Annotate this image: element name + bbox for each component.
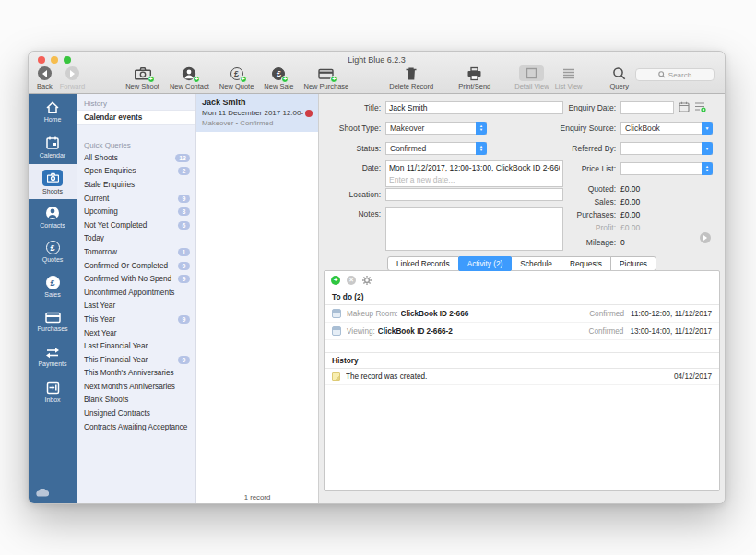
referred-by-label: Referred By: — [524, 144, 616, 153]
sidebar-item-payments[interactable]: Payments — [29, 339, 77, 374]
query-button[interactable]: Query — [610, 65, 629, 90]
query-item-upcoming[interactable]: Upcoming3 — [77, 205, 195, 218]
cloud-sync-icon[interactable] — [36, 489, 49, 497]
sidebar-item-shoots[interactable]: Shoots — [29, 164, 77, 199]
print-send-button[interactable]: Print/Send — [458, 65, 490, 90]
sidebar-item-calendar[interactable]: Calendar — [29, 129, 77, 164]
query-item-unconfirmed-appointments[interactable]: Unconfirmed Appointments — [77, 286, 195, 300]
status-select[interactable]: Confirmed ▲▼ — [385, 142, 487, 155]
query-item-unsigned-contracts[interactable]: Unsigned Contracts — [77, 407, 195, 420]
enquiry-source-select[interactable]: ClickBook ▼ — [620, 122, 713, 135]
purchases-label: Purchases: — [524, 210, 616, 219]
query-item-confirmed-or-completed[interactable]: Confirmed Or Completed9 — [77, 259, 195, 273]
query-item-this-months-anniversaries[interactable]: This Month's Anniversaries — [77, 367, 195, 381]
count-badge: 9 — [178, 275, 190, 283]
new-contact-button[interactable]: + New Contact — [170, 65, 209, 90]
todo-item[interactable]: Viewing: ClickBook ID 2-666-2 Confirmed … — [325, 323, 719, 340]
home-icon — [45, 100, 60, 114]
location-label: Location: — [319, 190, 381, 199]
shoot-type-select[interactable]: Makeover ▲▼ — [385, 122, 487, 135]
query-item-blank-shoots[interactable]: Blank Shoots — [77, 394, 195, 407]
back-icon — [38, 65, 52, 81]
query-item-last-financial-year[interactable]: Last Financial Year — [77, 339, 195, 353]
new-sale-button[interactable]: £+ New Sale — [264, 65, 293, 90]
sidebar-item-sales[interactable]: £ Sales — [29, 269, 77, 304]
sidebar-item-inbox[interactable]: Inbox — [29, 374, 77, 409]
enquiry-source-label: Enquiry Source: — [524, 124, 616, 133]
query-item-next-months-anniversaries[interactable]: Next Month's Anniversaries — [77, 380, 195, 394]
query-item-this-financial-year[interactable]: This Financial Year9 — [77, 353, 195, 367]
query-item-all-shoots[interactable]: All Shoots13 — [77, 151, 195, 165]
record-datetime: Mon 11 December 2017 12:00-1... — [202, 109, 303, 117]
record-meta: Makeover • Confirmed — [202, 119, 313, 127]
camera-plus-icon: + — [135, 65, 151, 81]
tab-requests[interactable]: Requests — [561, 256, 611, 271]
history-item[interactable]: The record was created. 04/12/2017 — [325, 369, 719, 385]
mileage-value: 0 — [620, 238, 625, 247]
count-badge: 13 — [175, 154, 190, 162]
calendar-event-icon — [332, 309, 341, 318]
new-shoot-button[interactable]: + New Shoot — [125, 65, 159, 90]
query-item-open-enquiries[interactable]: Open Enquiries2 — [77, 165, 195, 179]
new-quote-button[interactable]: £+ New Quote — [219, 65, 254, 90]
delete-record-button[interactable]: Delete Record — [389, 65, 433, 90]
add-date-list-icon[interactable] — [694, 101, 706, 112]
query-item-confirmed-with-no-spend[interactable]: Confirmed With No Spend9 — [77, 272, 195, 286]
purchases-value: £0.00 — [620, 210, 640, 219]
tab-activity[interactable]: Activity (2) — [458, 256, 513, 271]
sidebar-item-home[interactable]: Home — [29, 94, 77, 129]
query-item-stale-enquiries[interactable]: Stale Enquiries — [77, 178, 195, 192]
todo-item[interactable]: Makeup Room: ClickBook ID 2-666 Confirme… — [325, 305, 719, 323]
sidebar-item-contacts[interactable]: Contacts — [29, 199, 77, 234]
magnifier-icon — [612, 65, 626, 81]
query-item-tomorrow[interactable]: Tomorrow1 — [77, 245, 195, 259]
sidebar-item-quotes[interactable]: £ Quotes — [29, 234, 77, 269]
sales-label: Sales: — [524, 197, 616, 207]
list-view-button[interactable]: List View — [555, 65, 583, 90]
chevron-down-icon: ▼ — [702, 142, 713, 155]
sidebar-item-purchases[interactable]: Purchases — [29, 304, 77, 339]
disclosure-button[interactable] — [700, 232, 711, 243]
add-activity-button[interactable]: + — [331, 276, 340, 285]
query-item-not-yet-completed[interactable]: Not Yet Completed6 — [77, 218, 195, 232]
new-purchase-button[interactable]: + New Purchase — [303, 65, 348, 90]
back-button[interactable]: Back — [37, 65, 53, 90]
tab-schedule[interactable]: Schedule — [511, 256, 561, 271]
card-plus-icon: + — [318, 65, 334, 81]
titlebar: Light Blue 6.2.3 — [29, 52, 725, 66]
referred-by-select[interactable]: ▼ — [620, 142, 713, 155]
count-badge: 2 — [178, 167, 190, 175]
query-item-contracts-awaiting-acceptance[interactable]: Contracts Awaiting Acceptance — [77, 420, 195, 434]
search-placeholder: Search — [668, 71, 691, 79]
count-badge: 9 — [178, 315, 190, 324]
tab-pictures[interactable]: Pictures — [610, 256, 656, 271]
camera-icon — [42, 170, 63, 186]
delete-activity-button[interactable]: × — [347, 276, 356, 285]
close-window-button[interactable] — [38, 56, 45, 64]
query-item-current[interactable]: Current9 — [77, 192, 195, 206]
date-placeholder[interactable]: Enter a new date... — [389, 175, 560, 184]
forward-button[interactable]: Forward — [60, 65, 86, 90]
query-item-today[interactable]: Today — [77, 232, 195, 246]
history-item-calendar-events[interactable]: Calendar events — [77, 110, 195, 125]
query-item-this-year[interactable]: This Year9 — [77, 313, 195, 326]
profit-value: £0.00 — [620, 223, 640, 232]
detail-view-button[interactable]: Detail View — [514, 65, 549, 90]
record-list-panel: Jack Smith Mon 11 December 2017 12:00-1.… — [196, 94, 319, 503]
minimize-window-button[interactable] — [51, 56, 58, 64]
enquiry-date-input[interactable] — [620, 101, 674, 114]
price-list-select[interactable]: ▲▼ — [620, 162, 713, 175]
count-badge: 3 — [178, 207, 190, 216]
tab-linked-records[interactable]: Linked Records — [387, 256, 459, 271]
query-item-next-year[interactable]: Next Year — [77, 326, 195, 340]
quoted-value: £0.00 — [620, 184, 640, 194]
todo-section-header: To do (2) — [325, 289, 719, 305]
search-input[interactable]: Search — [635, 68, 715, 81]
zoom-window-button[interactable] — [64, 56, 71, 64]
record-list-item-selected[interactable]: Jack Smith Mon 11 December 2017 12:00-1.… — [196, 94, 318, 132]
query-item-last-year[interactable]: Last Year — [77, 300, 195, 313]
shoot-type-label: Shoot Type: — [319, 124, 381, 133]
detail-view-icon — [519, 65, 544, 81]
calendar-picker-icon[interactable] — [679, 101, 690, 112]
activity-settings-gear-icon[interactable] — [362, 276, 372, 285]
